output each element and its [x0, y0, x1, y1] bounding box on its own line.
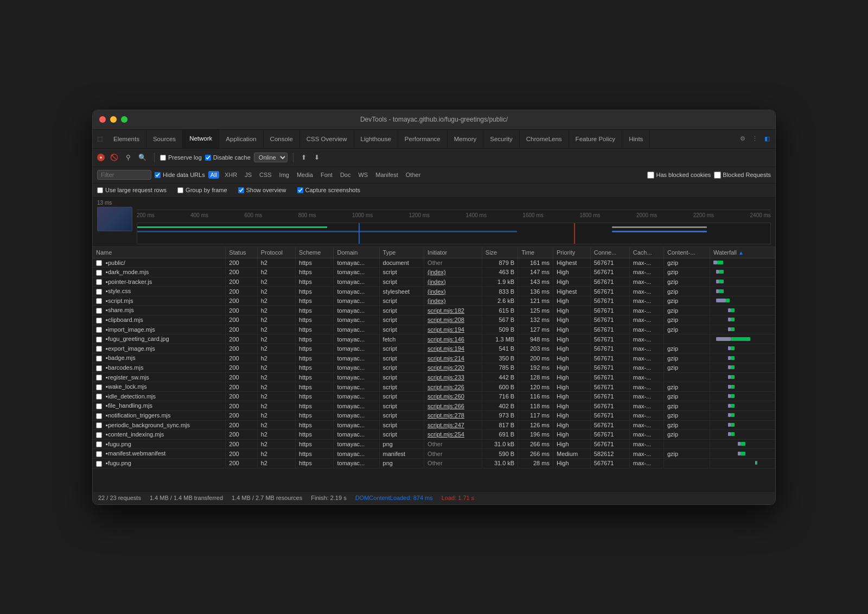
- row-checkbox-11[interactable]: [96, 365, 102, 371]
- row-checkbox-4[interactable]: [96, 298, 102, 304]
- table-row[interactable]: ▪register_sw.mjs 200 h2 https tomayac...…: [93, 372, 775, 382]
- throttle-select[interactable]: Online: [254, 153, 288, 162]
- hide-data-urls-checkbox[interactable]: Hide data URLs: [155, 172, 205, 178]
- tab-sources[interactable]: Sources: [146, 130, 183, 148]
- filter-tag-font[interactable]: Font: [318, 171, 335, 179]
- tab-hints[interactable]: Hints: [622, 130, 650, 148]
- more-icon[interactable]: ⋮: [752, 135, 758, 142]
- tab-security[interactable]: Security: [483, 130, 520, 148]
- table-row[interactable]: ▪dark_mode.mjs 200 h2 https tomayac... s…: [93, 268, 775, 277]
- tab-application[interactable]: Application: [219, 130, 263, 148]
- row-checkbox-19[interactable]: [96, 441, 102, 447]
- group-frame-checkbox[interactable]: Group by frame: [177, 187, 227, 193]
- col-size[interactable]: Size: [482, 247, 518, 258]
- tab-network[interactable]: Network: [183, 130, 219, 148]
- filter-icon[interactable]: ⚲: [124, 153, 133, 162]
- row-checkbox-2[interactable]: [96, 279, 102, 285]
- row-checkbox-9[interactable]: [96, 346, 102, 352]
- tab-feature-policy[interactable]: Feature Policy: [569, 130, 623, 148]
- row-checkbox-0[interactable]: [96, 260, 102, 266]
- tab-console[interactable]: Console: [264, 130, 300, 148]
- row-checkbox-16[interactable]: [96, 413, 102, 419]
- row-checkbox-3[interactable]: [96, 289, 102, 295]
- table-row[interactable]: ▪script.mjs 200 h2 https tomayac... scri…: [93, 296, 775, 306]
- close-button[interactable]: [99, 116, 106, 123]
- filter-tag-doc[interactable]: Doc: [338, 171, 353, 179]
- preserve-log-checkbox[interactable]: Preserve log: [160, 154, 202, 161]
- row-checkbox-1[interactable]: [96, 270, 102, 276]
- table-row[interactable]: ▪idle_detection.mjs 200 h2 https tomayac…: [93, 391, 775, 401]
- filter-tag-img[interactable]: Img: [277, 171, 291, 179]
- screenshot-thumbnail[interactable]: [97, 207, 132, 231]
- row-checkbox-7[interactable]: [96, 327, 102, 333]
- row-checkbox-10[interactable]: [96, 356, 102, 362]
- network-table-container[interactable]: Name Status Protocol Scheme Domain Type …: [93, 247, 775, 491]
- col-status[interactable]: Status: [226, 247, 257, 258]
- table-row[interactable]: ▪manifest.webmanifest 200 h2 https tomay…: [93, 449, 775, 459]
- row-checkbox-17[interactable]: [96, 422, 102, 428]
- table-row[interactable]: ▪periodic_background_sync.mjs 200 h2 htt…: [93, 420, 775, 430]
- row-checkbox-8[interactable]: [96, 337, 102, 343]
- table-row[interactable]: ▪share.mjs 200 h2 https tomayac... scrip…: [93, 306, 775, 315]
- row-checkbox-14[interactable]: [96, 394, 102, 400]
- table-row[interactable]: ▪badge.mjs 200 h2 https tomayac... scrip…: [93, 353, 775, 363]
- filter-tag-all[interactable]: All: [208, 171, 219, 179]
- table-row[interactable]: ▪style.css 200 h2 https tomayac... style…: [93, 287, 775, 296]
- row-checkbox-18[interactable]: [96, 432, 102, 438]
- cell-initiator[interactable]: (index): [424, 287, 482, 296]
- tab-performance[interactable]: Performance: [398, 130, 448, 148]
- filter-tag-manifest[interactable]: Manifest: [373, 171, 400, 179]
- cell-initiator[interactable]: (index): [424, 296, 482, 306]
- table-row[interactable]: ▪wake_lock.mjs 200 h2 https tomayac... s…: [93, 382, 775, 392]
- cell-initiator[interactable]: (index): [424, 277, 482, 287]
- cell-initiator[interactable]: script.mjs:194: [424, 325, 482, 334]
- dock-icon[interactable]: ◧: [764, 135, 770, 142]
- filter-tag-ws[interactable]: WS: [356, 171, 370, 179]
- col-scheme[interactable]: Scheme: [296, 247, 334, 258]
- row-checkbox-15[interactable]: [96, 403, 102, 409]
- col-name[interactable]: Name: [93, 247, 226, 258]
- cell-initiator[interactable]: script.mjs:260: [424, 391, 482, 401]
- tab-elements[interactable]: Elements: [107, 130, 146, 148]
- table-row[interactable]: ▪import_image.mjs 200 h2 https tomayac..…: [93, 325, 775, 334]
- table-row[interactable]: ▪fugu_greeting_card.jpg 200 h2 https tom…: [93, 334, 775, 344]
- row-checkbox-13[interactable]: [96, 384, 102, 390]
- cell-initiator[interactable]: script.mjs:247: [424, 420, 482, 430]
- cell-initiator[interactable]: script.mjs:220: [424, 363, 482, 373]
- filter-tag-js[interactable]: JS: [242, 171, 254, 179]
- table-row[interactable]: ▪barcodes.mjs 200 h2 https tomayac... sc…: [93, 363, 775, 373]
- col-cache[interactable]: Cach...: [629, 247, 663, 258]
- capture-screenshots-checkbox[interactable]: Capture screenshots: [297, 187, 361, 193]
- cell-initiator[interactable]: script.mjs:226: [424, 382, 482, 392]
- filter-tag-css[interactable]: CSS: [257, 171, 274, 179]
- cell-initiator[interactable]: script.mjs:208: [424, 315, 482, 325]
- cell-initiator[interactable]: script.mjs:278: [424, 411, 482, 421]
- table-row[interactable]: ▪fugu.png 200 h2 https tomayac... png Ot…: [93, 458, 775, 468]
- table-row[interactable]: ▪export_image.mjs 200 h2 https tomayac..…: [93, 344, 775, 353]
- tab-css-overview[interactable]: CSS Overview: [300, 130, 354, 148]
- table-row[interactable]: ▪file_handling.mjs 200 h2 https tomayac.…: [93, 401, 775, 411]
- table-row[interactable]: ▪fugu.png 200 h2 https tomayac... png Ot…: [93, 439, 775, 449]
- col-protocol[interactable]: Protocol: [257, 247, 295, 258]
- row-checkbox-21[interactable]: [96, 461, 102, 467]
- table-row[interactable]: ▪clipboard.mjs 200 h2 https tomayac... s…: [93, 315, 775, 325]
- filter-tag-media[interactable]: Media: [295, 171, 315, 179]
- show-overview-checkbox[interactable]: Show overview: [238, 187, 286, 193]
- cell-initiator[interactable]: script.mjs:182: [424, 306, 482, 315]
- large-rows-checkbox[interactable]: Use large request rows: [97, 187, 167, 193]
- table-row[interactable]: ▪notification_triggers.mjs 200 h2 https …: [93, 411, 775, 421]
- cell-initiator[interactable]: script.mjs:233: [424, 372, 482, 382]
- col-content[interactable]: Content-...: [663, 247, 710, 258]
- col-conn[interactable]: Conne...: [590, 247, 629, 258]
- tab-memory[interactable]: Memory: [448, 130, 484, 148]
- import-icon[interactable]: ⬆: [299, 153, 309, 162]
- minimize-button[interactable]: [110, 116, 117, 123]
- row-checkbox-5[interactable]: [96, 308, 102, 314]
- has-blocked-cookies-checkbox[interactable]: Has blocked cookies: [647, 172, 711, 179]
- col-initiator[interactable]: Initiator: [424, 247, 482, 258]
- cell-initiator[interactable]: script.mjs:266: [424, 401, 482, 411]
- row-checkbox-6[interactable]: [96, 318, 102, 324]
- col-time[interactable]: Time: [518, 247, 553, 258]
- disable-cache-checkbox[interactable]: Disable cache: [205, 154, 251, 161]
- search-icon[interactable]: 🔍: [136, 153, 149, 162]
